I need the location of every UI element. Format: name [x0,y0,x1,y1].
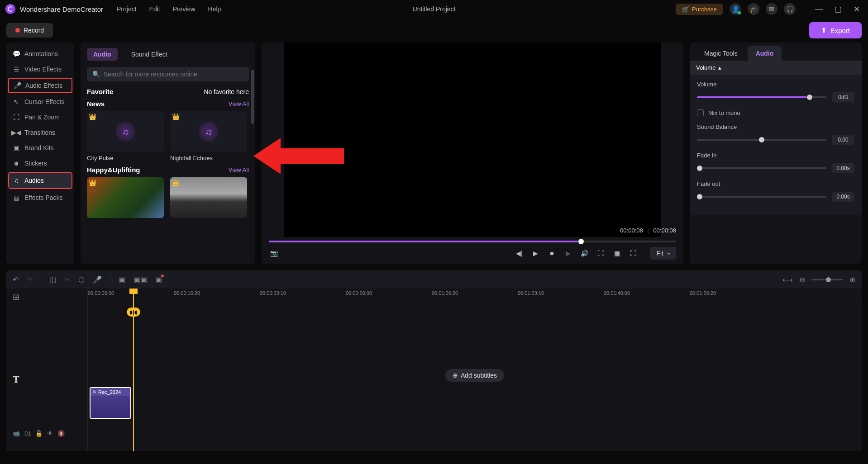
add-subtitles-button[interactable]: ⊕ Add subtitles [445,369,504,382]
section-happy-title: Happy&Uplifting [87,166,140,174]
ruler-mark: 00:00:33:10 [260,290,286,296]
mail-icon[interactable]: ✉ [766,3,777,15]
menu-project[interactable]: Project [117,5,137,13]
menu-help[interactable]: Help [208,5,221,13]
fit-timeline-button[interactable]: ⟷ [782,275,793,284]
redo-button[interactable]: ↷ [27,275,33,284]
zoom-knob[interactable] [826,277,831,282]
add-track-button[interactable]: ⊞ [13,292,19,302]
timeline-ruler[interactable]: 00:00:00:00 00:00:16:20 00:00:33:10 00:0… [88,289,862,302]
fadein-value[interactable]: 0.00s [832,163,854,173]
audio-card-happy-1[interactable]: 👑 [87,177,164,218]
zoom-slider[interactable] [811,279,843,280]
prev-frame-button[interactable]: ◀| [514,248,524,258]
time-separator: | [647,227,649,234]
undo-button[interactable]: ↶ [13,275,19,284]
mix-mono-checkbox[interactable]: Mix to mono [697,109,854,116]
cursor-effects-icon: ↖ [13,98,20,105]
purchase-button[interactable]: 🛒 Purchase [676,4,723,15]
slider-knob[interactable] [697,166,702,171]
sidebar-item-audios[interactable]: ♫Audios [8,172,72,189]
minimize-button[interactable]: — [812,5,825,14]
section-news-title: News [87,100,105,108]
sidebar-item-annotations[interactable]: 💬Annotations [6,46,74,62]
playhead[interactable]: ◗|◖ [133,289,134,451]
search-input[interactable] [104,71,243,78]
tab-audio[interactable]: Audio [87,48,118,61]
lock-button[interactable]: 🔓 [35,430,43,437]
voiceover-button[interactable]: 🎤 [93,275,102,284]
track-number: 01 [24,430,31,437]
split-button[interactable]: ✂ [64,275,70,284]
timeline-clip[interactable]: ≋ Rec_2024 [90,387,131,419]
fadeout-value[interactable]: 0.00s [832,192,854,202]
preview-progress[interactable] [269,241,676,242]
timeline-tracks[interactable]: 00:00:00:00 00:00:16:20 00:00:33:10 00:0… [88,289,862,451]
search-box[interactable]: 🔍 [87,67,249,81]
fullscreen-button[interactable]: ⛶ [628,248,638,258]
audio-card-city-pulse[interactable]: 👑♫ City Pulse [87,111,164,161]
academy-icon[interactable]: 🎓 [748,3,759,15]
ruler-mark: 00:00:00:00 [88,290,114,296]
tab-audio-props[interactable]: Audio [748,46,782,61]
user-avatar-icon[interactable]: 👤 [730,3,741,15]
sidebar-item-video-effects[interactable]: ☰Video Effects [6,62,74,77]
sidebar-item-stickers[interactable]: ☻Stickers [6,156,74,171]
progress-knob[interactable] [578,239,584,244]
volume-value[interactable]: 0dB [832,92,854,102]
sidebar-item-cursor-effects[interactable]: ↖Cursor Effects [6,94,74,109]
slider-knob[interactable] [807,95,812,100]
marker-button[interactable]: ⬡ [78,275,85,284]
layers-button[interactable]: ▣ [155,275,162,284]
view-all-news[interactable]: View All [229,100,249,107]
fadeout-slider[interactable] [697,196,826,198]
panel-scrollbar[interactable] [251,70,254,124]
record-button[interactable]: Record [6,23,53,38]
fadein-slider[interactable] [697,167,826,169]
stickers-icon: ☻ [13,160,20,167]
slider-knob[interactable] [759,137,764,142]
volume-slider[interactable] [697,96,826,98]
crop-button[interactable]: ⛶ [596,248,606,258]
tab-magic-tools[interactable]: Magic Tools [696,46,746,61]
sidebar-item-pan-zoom[interactable]: ⛶Pan & Zoom [6,109,74,125]
volume-section-head[interactable]: Volume ▴ [690,61,862,75]
crown-icon: 👑 [89,113,96,120]
preview-canvas[interactable] [284,43,661,237]
zoom-in-button[interactable]: ⊕ [849,275,855,284]
view-all-happy[interactable]: View All [229,166,249,173]
waveform-icon: ≋ [92,389,96,395]
play-button[interactable]: ▶ [530,248,540,258]
balance-value[interactable]: 0.00 [832,135,854,145]
stop-button[interactable]: ■ [547,248,557,258]
fit-label: Fit [656,250,663,257]
next-frame-button[interactable]: ▶ [563,248,573,258]
group-button[interactable]: ▣ [119,275,125,284]
support-icon[interactable]: 🎧 [784,3,796,15]
menu-preview[interactable]: Preview [173,5,196,13]
zoom-out-button[interactable]: ⊖ [799,275,805,284]
tab-sound-effect[interactable]: Sound Effect [125,48,174,61]
sidebar-item-transitions[interactable]: ▶◀Transitions [6,125,74,140]
mute-button[interactable]: 🔇 [57,430,65,437]
volume-button[interactable]: 🔊 [579,248,589,258]
sidebar-item-effects-packs[interactable]: ▦Effects Packs [6,190,74,205]
audio-card-happy-2[interactable]: 👑 [170,177,247,218]
annotations-icon: 💬 [13,50,20,57]
export-button[interactable]: ⬆ Export [809,22,862,38]
sidebar-item-audio-effects[interactable]: 🎤Audio Effects [8,78,72,93]
slider-knob[interactable] [697,194,702,199]
fit-select[interactable]: Fit [650,247,676,260]
crop-button[interactable]: ◫ [49,275,56,284]
sidebar-item-brand-kits[interactable]: ▣Brand Kits [6,140,74,156]
menu-edit[interactable]: Edit [149,5,160,13]
screenshot-button[interactable]: 📷 [269,248,279,258]
maximize-button[interactable]: ▢ [832,5,844,14]
visibility-button[interactable]: 👁 [47,430,53,437]
grid-button[interactable]: ▦ [612,248,622,258]
sidebar-label: Effects Packs [24,194,63,201]
balance-slider[interactable] [697,139,826,141]
multi-button[interactable]: ▣▣ [134,275,147,284]
close-button[interactable]: ✕ [851,5,863,14]
audio-card-nightfall-echoes[interactable]: 👑♫ Nightfall Echoes [170,111,247,161]
